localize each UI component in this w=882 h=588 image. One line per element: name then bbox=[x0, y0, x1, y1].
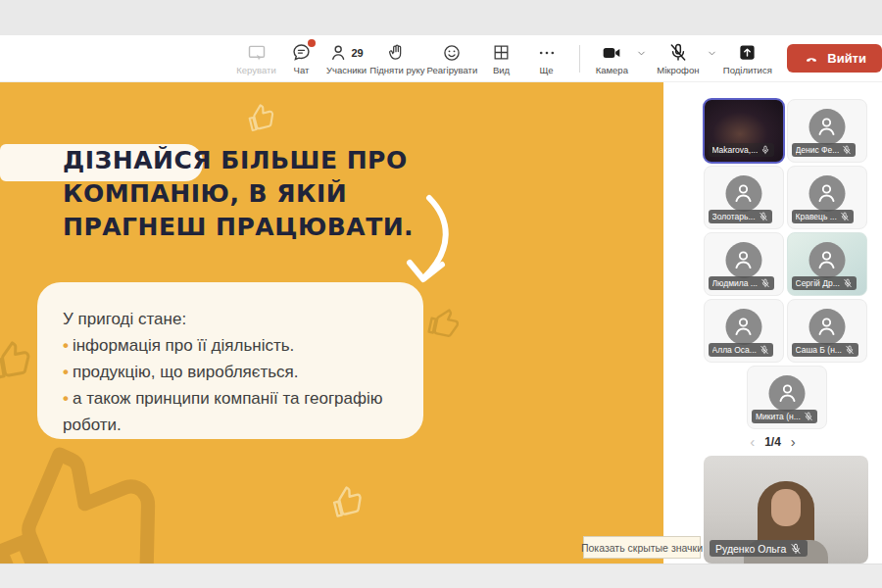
participant-tile[interactable]: Золотарь... bbox=[704, 166, 784, 229]
participant-tile[interactable]: Денис Фе... bbox=[787, 99, 867, 163]
mic-muted-icon bbox=[790, 543, 802, 555]
more-icon bbox=[537, 42, 557, 64]
spotlight-name-pill: Руденко Ольга bbox=[710, 540, 808, 557]
participant-name: Сергій Др... bbox=[796, 278, 840, 288]
chat-button[interactable]: Чат bbox=[279, 40, 324, 77]
thumbs-up-icon bbox=[327, 482, 368, 522]
raise-hand-button[interactable]: Підняти руку bbox=[369, 40, 426, 77]
slide-info-card: У пригоді стане: •інформація про її діял… bbox=[37, 282, 423, 439]
mic-muted-icon bbox=[804, 412, 813, 421]
participant-name-pill: Микита (н... bbox=[752, 410, 817, 423]
participant-grid: Makarova,... Денис Фе... Золотарь... Кра… bbox=[702, 97, 872, 430]
mic-on-icon bbox=[760, 145, 770, 155]
avatar bbox=[808, 175, 845, 212]
person-icon bbox=[774, 380, 800, 406]
camera-options-chevron-icon[interactable] bbox=[636, 48, 647, 59]
raise-hand-label: Підняти руку bbox=[369, 65, 424, 75]
bullet-text: а також принципи компанії та географію р… bbox=[63, 389, 383, 434]
person-icon bbox=[814, 247, 840, 272]
thumbs-up-icon bbox=[244, 101, 279, 136]
participant-tile[interactable]: Makarova,... bbox=[704, 99, 784, 163]
pagination-label: 1/4 bbox=[764, 435, 781, 449]
participant-tile[interactable]: Кравець ... bbox=[787, 166, 867, 229]
participant-name: Саша Б (н... bbox=[796, 345, 842, 355]
card-heading: У пригоді стане: bbox=[63, 306, 398, 332]
avatar bbox=[808, 109, 845, 145]
shared-presentation-slide: ДІЗНАЙСЯ БІЛЬШЕ ПРО КОМПАНІЮ, В ЯКІЙ ПРА… bbox=[0, 82, 663, 564]
avatar bbox=[808, 309, 845, 345]
thumbs-up-icon bbox=[0, 338, 36, 386]
slide-title-line3: ПРАГНЕШ ПРАЦЮВАТИ. bbox=[63, 213, 414, 241]
mic-muted-icon bbox=[668, 42, 688, 64]
participant-name: Денис Фе... bbox=[796, 145, 840, 155]
participant-tile[interactable]: Сергій Др... bbox=[787, 232, 867, 296]
participant-name-pill: Алла Оса... bbox=[709, 343, 773, 357]
participant-name-pill: Людмила ... bbox=[709, 276, 774, 290]
share-button[interactable]: Поділитися bbox=[721, 40, 773, 77]
meeting-toolbar: Керувати Чат 29 Учасники Підняти руку bbox=[0, 35, 882, 82]
bullet-text: інформація про її діяльність. bbox=[73, 336, 294, 355]
pagination-prev-icon[interactable]: ‹ bbox=[750, 433, 755, 450]
person-icon bbox=[731, 180, 757, 206]
spotlight-video-tile[interactable]: Руденко Ольга bbox=[704, 456, 868, 564]
raise-hand-icon bbox=[387, 42, 407, 64]
participant-name-pill: Кравець ... bbox=[792, 210, 854, 223]
participant-tile[interactable]: Микита (н... bbox=[747, 366, 827, 429]
person-icon bbox=[731, 247, 757, 272]
react-button[interactable]: Реагірувати bbox=[425, 40, 478, 77]
camera-button[interactable]: Камера bbox=[589, 40, 634, 77]
avatar bbox=[769, 375, 806, 412]
control-screen-button[interactable]: Керувати bbox=[234, 40, 279, 77]
window-titlebar-area bbox=[0, 0, 882, 35]
participant-name-pill: Саша Б (н... bbox=[792, 343, 858, 357]
card-bullet-list: •інформація про її діяльність. •продукці… bbox=[63, 332, 398, 438]
more-button[interactable]: Ще bbox=[524, 40, 569, 77]
windows-taskbar[interactable] bbox=[0, 564, 882, 588]
microphone-options-chevron-icon[interactable] bbox=[707, 48, 717, 59]
mic-muted-icon bbox=[760, 345, 769, 355]
participants-label: Учасники bbox=[326, 65, 367, 75]
camera-label: Камера bbox=[596, 65, 628, 75]
avatar bbox=[808, 242, 845, 278]
mic-muted-icon bbox=[843, 278, 853, 288]
gallery-pagination: ‹ 1/4 › bbox=[663, 433, 882, 450]
participant-name-pill: Денис Фе... bbox=[792, 143, 857, 157]
bullet-text: продукцію, що виробляється. bbox=[73, 363, 299, 381]
participant-tile[interactable]: Людмила ... bbox=[704, 232, 784, 296]
mic-muted-icon bbox=[759, 212, 768, 221]
participant-name-pill: Сергій Др... bbox=[792, 276, 857, 290]
spotlight-person-face bbox=[771, 489, 801, 526]
card-bullet-item: •продукцію, що виробляється. bbox=[63, 359, 398, 385]
person-icon bbox=[814, 114, 840, 139]
slide-title-highlight: ДІЗНАЙСЯ bbox=[63, 146, 212, 174]
thumbs-up-icon bbox=[424, 305, 464, 344]
leave-button[interactable]: Вийти bbox=[787, 44, 882, 73]
view-label: Вид bbox=[493, 65, 510, 75]
bullet-dot: • bbox=[63, 363, 69, 381]
participants-count: 29 bbox=[351, 47, 363, 59]
slide-title-line2: КОМПАНІЮ, В ЯКІЙ bbox=[63, 179, 347, 208]
person-icon bbox=[731, 314, 757, 339]
person-icon bbox=[814, 314, 840, 339]
participants-panel: Makarova,... Денис Фе... Золотарь... Кра… bbox=[663, 82, 882, 564]
microphone-button[interactable]: Мікрофон bbox=[651, 40, 705, 77]
participants-button[interactable]: 29 Учасники bbox=[324, 40, 369, 77]
react-icon bbox=[442, 42, 462, 64]
mic-muted-icon bbox=[842, 145, 852, 155]
participant-tile[interactable]: Алла Оса... bbox=[704, 299, 784, 363]
share-label: Поділитися bbox=[723, 65, 772, 75]
slide-title: ДІЗНАЙСЯ БІЛЬШЕ ПРО КОМПАНІЮ, В ЯКІЙ ПРА… bbox=[63, 144, 414, 244]
participants-icon: 29 bbox=[329, 42, 363, 64]
chat-label: Чат bbox=[294, 65, 310, 75]
more-label: Ще bbox=[539, 65, 553, 75]
participant-name-pill: Makarova,... bbox=[709, 143, 775, 157]
participant-tile[interactable]: Саша Б (н... bbox=[787, 299, 867, 363]
taskbar-tooltip: Показать скрытые значки bbox=[583, 536, 701, 559]
share-icon bbox=[738, 42, 757, 64]
participant-name: Makarova,... bbox=[712, 145, 759, 155]
avatar bbox=[725, 242, 761, 278]
pagination-next-icon[interactable]: › bbox=[791, 433, 796, 450]
screen-control-icon bbox=[246, 42, 268, 64]
slide-title-rest: БІЛЬШЕ ПРО bbox=[212, 146, 408, 174]
view-button[interactable]: Вид bbox=[479, 40, 524, 77]
